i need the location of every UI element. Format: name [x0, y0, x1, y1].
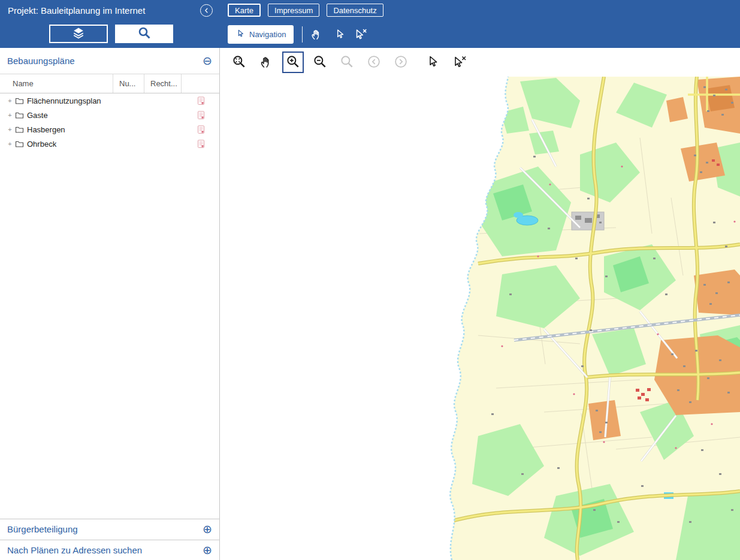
- tree-row-hasbergen[interactable]: + Hasbergen: [0, 122, 219, 137]
- expand-plus-icon[interactable]: +: [6, 140, 14, 147]
- zoom-extent-icon: [231, 54, 247, 71]
- history-back-button: [363, 52, 385, 73]
- column-rechtskraft[interactable]: Recht...: [144, 74, 181, 93]
- map-toolbar: [221, 48, 740, 77]
- sidebar: Bebauungspläne ⊖ Name Nu... Recht... + F…: [0, 48, 220, 560]
- cursor-icon: [334, 28, 346, 42]
- expand-plus-icon[interactable]: +: [6, 126, 14, 133]
- document-icon[interactable]: [197, 96, 205, 105]
- document-icon[interactable]: [197, 140, 205, 149]
- panel-buergerbeteiligung[interactable]: Bürgerbeteiligung ⊕: [0, 519, 219, 540]
- header-menu: Karte Impressum Datenschutz: [228, 4, 383, 17]
- column-nummer[interactable]: Nu...: [113, 74, 144, 93]
- select-button[interactable]: [422, 52, 443, 73]
- layers-button[interactable]: [49, 25, 108, 43]
- clear-selection-tool-button[interactable]: [352, 26, 370, 44]
- zoom-extent-button[interactable]: [228, 52, 250, 73]
- zoom-out-icon: [312, 54, 328, 71]
- tree-row-label: Ohrbeck: [27, 140, 56, 149]
- tree-row-gaste[interactable]: + Gaste: [0, 108, 219, 122]
- zoom-out-button[interactable]: [309, 52, 331, 73]
- search-button[interactable]: [115, 25, 173, 43]
- folder-icon: [15, 140, 24, 148]
- app-header: Projekt: Bauleitplanung im Internet Kart…: [0, 0, 740, 48]
- history-back-icon: [366, 54, 382, 71]
- pan-button[interactable]: [255, 52, 277, 73]
- zoom-in-icon: [285, 54, 301, 71]
- sidebar-bottom-panels: Bürgerbeteiligung ⊕ Nach Plänen zu Adres…: [0, 519, 219, 560]
- panel-title: Nach Plänen zu Adressen suchen: [7, 545, 142, 555]
- document-icon[interactable]: [197, 125, 205, 134]
- tree-column-header: Name Nu... Recht...: [0, 74, 219, 93]
- layers-icon: [71, 26, 86, 42]
- pan-hand-icon: [259, 55, 273, 71]
- panel-title: Bürgerbeteiligung: [7, 524, 78, 534]
- navigation-label: Navigation: [249, 30, 286, 39]
- cursor-x-icon: [354, 27, 368, 43]
- clear-selection-button[interactable]: [449, 52, 470, 73]
- map-canvas[interactable]: [221, 77, 740, 560]
- column-name[interactable]: Name: [0, 74, 113, 93]
- history-forward-icon: [393, 54, 409, 71]
- zoom-box-button: [336, 52, 358, 73]
- select-tool-button[interactable]: [331, 26, 349, 44]
- expand-circle-icon[interactable]: ⊕: [203, 523, 212, 535]
- zoom-box-icon: [339, 54, 355, 71]
- expand-plus-icon[interactable]: +: [6, 97, 14, 104]
- hand-icon: [310, 28, 323, 43]
- sidebar-collapse-button[interactable]: [200, 4, 213, 17]
- tree-row-ohrbeck[interactable]: + Ohrbeck: [0, 137, 219, 151]
- toolbar-separator: [302, 26, 303, 43]
- pan-tool-button[interactable]: [307, 26, 325, 44]
- panel-adresssuche[interactable]: Nach Plänen zu Adressen suchen ⊕: [0, 540, 219, 560]
- tree-row-label: Hasbergen: [27, 125, 65, 134]
- collapse-circle-icon[interactable]: ⊖: [203, 55, 212, 66]
- cursor-icon: [235, 29, 245, 40]
- column-extra: [181, 74, 219, 93]
- document-icon[interactable]: [197, 111, 205, 120]
- tab-impressum[interactable]: Impressum: [268, 4, 319, 17]
- navigation-button[interactable]: Navigation: [228, 25, 294, 44]
- folder-icon: [15, 111, 24, 119]
- tree-row-label: Flächennutzungsplan: [27, 96, 101, 105]
- expand-circle-icon[interactable]: ⊕: [203, 544, 212, 556]
- zoom-in-button[interactable]: [282, 52, 304, 73]
- tab-karte[interactable]: Karte: [228, 4, 261, 17]
- clear-selection-icon: [451, 55, 468, 71]
- folder-icon: [15, 126, 24, 134]
- search-icon: [137, 26, 152, 42]
- map-panel: [221, 48, 740, 560]
- folder-icon: [15, 97, 24, 105]
- tab-datenschutz[interactable]: Datenschutz: [327, 4, 383, 17]
- tree-row-label: Gaste: [27, 111, 48, 120]
- history-forward-button: [390, 52, 412, 73]
- select-cursor-icon: [425, 55, 440, 71]
- panel-bebauungsplaene[interactable]: Bebauungspläne ⊖: [0, 48, 219, 74]
- chevron-left-icon: [203, 7, 210, 14]
- expand-plus-icon[interactable]: +: [6, 111, 14, 119]
- tree-row-flaechennutzungsplan[interactable]: + Flächennutzungsplan: [0, 93, 219, 108]
- panel-title: Bebauungspläne: [7, 56, 75, 66]
- app-title: Projekt: Bauleitplanung im Internet: [8, 5, 145, 16]
